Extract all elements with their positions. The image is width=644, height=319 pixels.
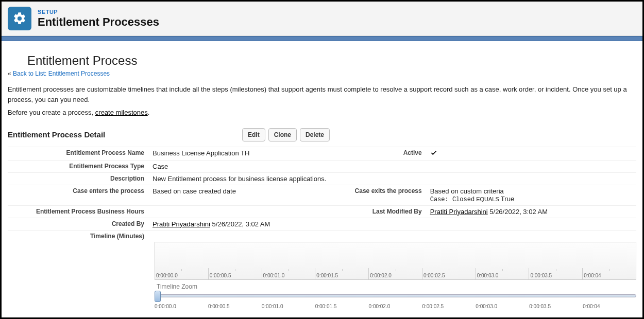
zoom-tick: 0:00:00.0: [155, 304, 208, 309]
delete-button[interactable]: Delete: [300, 128, 330, 141]
active-value: [427, 147, 636, 160]
createdby-ts: 5/26/2022, 3:02 AM: [210, 220, 270, 228]
createdby-value: Pratiti Priyadarshini 5/26/2022, 3:02 AM: [149, 218, 636, 230]
back-prefix: «: [8, 70, 13, 77]
exits-value: Based on custom criteria Case: Closed EQ…: [427, 185, 636, 205]
createdby-label: Created By: [8, 218, 149, 230]
zoom-label: Timeline Zoom: [157, 283, 636, 290]
timeline-tick: 0:00:00.5: [208, 268, 262, 279]
check-icon: [430, 149, 437, 156]
timeline-ticks: 0:00:00.00:00:00.50:00:01.00:00:01.50:00…: [155, 268, 636, 279]
exits-mono: Case: Closed: [430, 196, 474, 203]
page-title: Entitlement Process: [27, 54, 636, 68]
createdby-user-link[interactable]: Pratiti Priyadarshini: [152, 220, 210, 228]
exits-line1: Based on custom criteria: [430, 187, 633, 195]
timeline-label: Timeline (Minutes): [8, 230, 149, 242]
timeline-tick: 0:00:01.5: [315, 268, 368, 279]
enters-value: Based on case created date: [149, 185, 324, 205]
clone-button[interactable]: Clone: [268, 128, 297, 141]
timeline-tick: 0:00:04: [582, 268, 636, 279]
gear-icon-tile: [8, 7, 31, 30]
back-to-list-link[interactable]: Back to List: Entitlement Processes: [13, 70, 110, 77]
exits-equals: EQUALS: [474, 196, 501, 202]
active-label: Active: [324, 147, 427, 160]
period: .: [148, 109, 150, 116]
before-text-line: Before you create a process, create mile…: [8, 108, 636, 118]
zoom-tick: 0:00:01.0: [262, 304, 315, 309]
detail-table: Entitlement Process Name Business Licens…: [8, 147, 636, 242]
setup-title: Entitlement Processes: [38, 15, 159, 29]
setup-label: SETUP: [38, 9, 159, 15]
timeline-tick: 0:00:00.0: [155, 268, 208, 279]
timeline-tick: 0:00:02.0: [368, 268, 422, 279]
timeline-wrap: 0:00:00.00:00:00.50:00:01.00:00:01.50:00…: [155, 242, 636, 309]
zoom-slider[interactable]: [155, 291, 636, 302]
name-value: Business License Application TH: [149, 147, 324, 160]
type-value: Case: [149, 160, 636, 172]
type-label: Entitlement Process Type: [8, 160, 149, 172]
gear-icon: [12, 11, 27, 26]
description-label: Description: [8, 172, 149, 185]
lastmod-ts: 5/26/2022, 3:02 AM: [488, 208, 548, 216]
intro-text: Entitlement processes are customizable t…: [8, 84, 636, 104]
lastmod-value: Pratiti Priyadarshini 5/26/2022, 3:02 AM: [427, 205, 636, 218]
zoom-tick: 0:00:03.0: [476, 304, 529, 309]
enters-label: Case enters the process: [8, 185, 149, 205]
action-buttons: Edit Clone Delete: [242, 128, 330, 141]
zoom-tick: 0:00:02.5: [422, 304, 476, 309]
lastmod-user-link[interactable]: Pratiti Priyadarshini: [430, 208, 488, 216]
timeline[interactable]: 0:00:00.00:00:00.50:00:01.00:00:01.50:00…: [155, 242, 636, 280]
setup-header: SETUP Entitlement Processes: [2, 2, 642, 36]
zoom-tick: 0:00:00.5: [208, 304, 262, 309]
edit-button[interactable]: Edit: [242, 128, 265, 141]
zoom-tick: 0:00:01.5: [315, 304, 369, 309]
zoom-tick: 0:00:02.0: [369, 304, 422, 309]
name-label: Entitlement Process Name: [8, 147, 149, 160]
bh-label: Entitlement Process Business Hours: [8, 205, 149, 218]
zoom-tick: 0:00:04: [583, 304, 636, 309]
timeline-tick: 0:00:03.0: [476, 268, 529, 279]
timeline-tick: 0:00:02.5: [422, 268, 476, 279]
slider-track: [155, 294, 636, 297]
back-line: « Back to List: Entitlement Processes: [8, 70, 636, 77]
timeline-tick: 0:00:01.0: [262, 268, 315, 279]
setup-header-text: SETUP Entitlement Processes: [38, 9, 159, 29]
section-header: Entitlement Process Detail: [8, 130, 242, 139]
exits-label: Case exits the process: [324, 185, 427, 205]
decorative-band: [2, 36, 642, 41]
create-milestones-link[interactable]: create milestones: [95, 109, 148, 116]
slider-thumb[interactable]: [155, 291, 161, 302]
bh-value: [149, 205, 324, 218]
exits-line2: Case: Closed EQUALS True: [430, 195, 633, 203]
zoom-ticks: 0:00:00.00:00:00.50:00:01.00:00:01.50:00…: [155, 304, 636, 309]
before-text: Before you create a process,: [8, 109, 95, 116]
description-value: New Entitlement process for business lic…: [149, 172, 636, 185]
lastmod-label: Last Modified By: [324, 205, 427, 218]
zoom-tick: 0:00:03.5: [529, 304, 583, 309]
exits-true: True: [501, 195, 514, 203]
timeline-tick: 0:00:03.5: [529, 268, 582, 279]
section-header-row: Entitlement Process Detail Edit Clone De…: [8, 128, 636, 145]
